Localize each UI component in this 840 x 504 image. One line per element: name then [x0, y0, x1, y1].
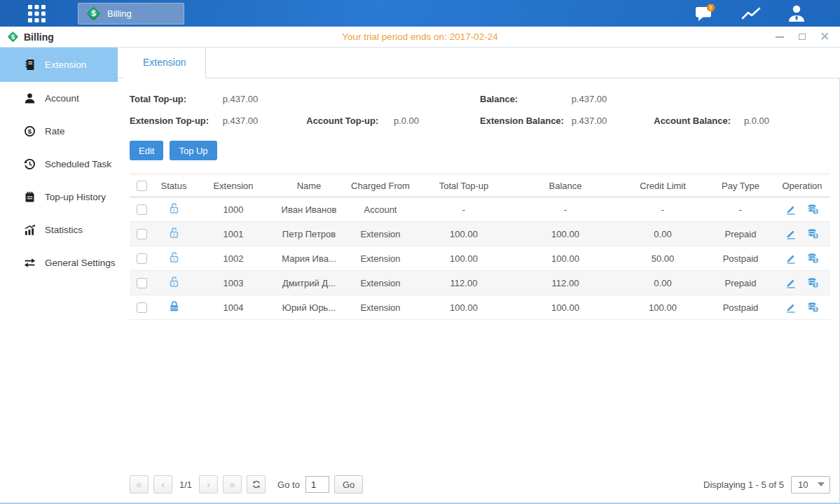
next-page-button[interactable]: ›: [199, 475, 218, 493]
pagination-bar: « ‹ 1/1 › » Go to Go Displaying: [130, 470, 830, 498]
cell-credit-limit: -: [619, 197, 707, 222]
table-row: 1002 Мария Ива... Extension 100.00 100.0…: [130, 246, 830, 271]
cell-charged-from: Account: [345, 197, 415, 222]
minimize-button[interactable]: [774, 31, 785, 43]
goto-label: Go to: [277, 479, 300, 490]
svg-text:$: $: [11, 34, 15, 41]
close-button[interactable]: ✕: [819, 31, 830, 43]
col-status: Status: [153, 174, 194, 197]
cell-name: Юрий Юрь...: [273, 295, 345, 320]
extension-balance-value: p.437.00: [572, 110, 652, 132]
svg-text:$: $: [815, 234, 818, 239]
reports-button[interactable]: [741, 5, 762, 22]
cell-name: Мария Ива...: [273, 246, 345, 271]
topup-history-ledger-icon: [24, 191, 36, 203]
topup-summary: Total Top-up: p.437.00 Extension Top-up:…: [130, 88, 830, 132]
scheduled-task-clock-icon: [24, 158, 36, 170]
taskbar-tab-billing[interactable]: $ Billing: [78, 3, 184, 24]
row-checkbox[interactable]: [137, 302, 147, 313]
billing-diamond-icon: $: [86, 6, 101, 21]
cell-total-topup: 112.00: [415, 271, 512, 295]
tab-extension[interactable]: Extension: [123, 48, 206, 78]
topup-coins-icon[interactable]: $: [807, 277, 819, 288]
cell-pay-type: Postpaid: [707, 295, 774, 320]
app-grid-icon[interactable]: [25, 4, 48, 23]
edit-pencil-icon[interactable]: [785, 277, 797, 288]
goto-page-input[interactable]: [305, 476, 329, 493]
row-checkbox[interactable]: [137, 278, 147, 288]
page-size-select[interactable]: 10: [791, 476, 830, 493]
last-page-button[interactable]: »: [223, 475, 242, 493]
top-taskbar: $ Billing !: [0, 0, 840, 27]
cell-name: Дмитрий Д...: [273, 271, 345, 295]
refresh-icon: [252, 479, 261, 489]
edit-button[interactable]: Edit: [130, 141, 163, 160]
sidebar-item-label: Scheduled Task: [45, 159, 111, 169]
edit-pencil-icon[interactable]: [785, 302, 797, 313]
refresh-button[interactable]: [247, 475, 266, 493]
sidebar-item-account[interactable]: Account: [0, 82, 118, 115]
cell-total-topup: 100.00: [415, 222, 512, 246]
row-checkbox[interactable]: [137, 204, 147, 215]
select-all-checkbox[interactable]: [137, 181, 147, 191]
cell-credit-limit: 100.00: [619, 295, 707, 320]
cell-pay-type: Prepaid: [707, 222, 774, 246]
lock-open-icon: [168, 276, 180, 288]
sidebar-item-rate[interactable]: $ Rate: [0, 115, 118, 148]
account-topup-label: Account Top-up:: [306, 110, 391, 132]
cell-credit-limit: 0.00: [619, 222, 707, 246]
table-header-row: Status Extension Name Charged From Total…: [130, 174, 830, 197]
col-pay-type: Pay Type: [707, 174, 774, 197]
cell-total-topup: -: [415, 197, 512, 222]
cell-pay-type: Prepaid: [707, 271, 774, 295]
edit-pencil-icon[interactable]: [785, 253, 797, 264]
sidebar-item-general-settings[interactable]: General Settings: [0, 246, 118, 279]
topup-button[interactable]: Top Up: [170, 141, 216, 160]
sidebar-item-scheduled-task[interactable]: Scheduled Task: [0, 148, 118, 181]
row-checkbox[interactable]: [137, 253, 147, 264]
maximize-button[interactable]: [797, 31, 808, 43]
message-icon: !: [694, 4, 715, 23]
displaying-text: Displaying 1 - 5 of 5: [703, 479, 784, 490]
svg-text:$: $: [91, 9, 96, 18]
topup-coins-icon[interactable]: $: [807, 228, 819, 239]
sidebar-item-extension[interactable]: Extension: [0, 48, 118, 82]
table-row: 1004 Юрий Юрь... Extension 100.00 100.00…: [130, 295, 830, 320]
line-chart-icon: [741, 5, 762, 22]
first-page-button[interactable]: «: [130, 475, 149, 493]
sidebar-item-statistics[interactable]: Statistics: [0, 214, 118, 246]
col-balance: Balance: [512, 174, 619, 197]
sidebar-item-label: General Settings: [45, 258, 116, 268]
sidebar-item-topup-history[interactable]: Top-up History: [0, 181, 118, 214]
edit-pencil-icon[interactable]: [785, 228, 797, 239]
trial-notice: Your trial period ends on: 2017-02-24: [0, 31, 840, 42]
svg-text:!: !: [710, 4, 712, 11]
prev-page-button[interactable]: ‹: [153, 475, 172, 493]
sidebar-item-label: Extension: [45, 59, 86, 70]
billing-diamond-icon: $: [7, 31, 19, 43]
general-settings-sliders-icon: [24, 257, 36, 269]
account-menu-button[interactable]: [787, 4, 806, 23]
col-extension: Extension: [194, 174, 273, 197]
grid-dots: [27, 4, 46, 23]
svg-text:$: $: [815, 258, 818, 264]
sidebar: Extension Account $ Rate Scheduled Task: [0, 48, 118, 503]
cell-balance: 100.00: [512, 222, 619, 246]
cell-extension: 1000: [194, 197, 273, 222]
col-charged-from: Charged From: [345, 174, 415, 197]
cell-extension: 1003: [194, 271, 273, 295]
row-checkbox[interactable]: [137, 229, 147, 239]
total-topup-value: p.437.00: [223, 88, 259, 110]
table-row: 1000 Иван Иванов Account - - - -: [130, 197, 830, 222]
go-button[interactable]: Go: [334, 475, 363, 493]
user-icon: [787, 4, 806, 23]
notifications-button[interactable]: !: [694, 4, 715, 23]
topup-coins-icon[interactable]: $: [807, 204, 819, 215]
edit-pencil-icon[interactable]: [785, 204, 797, 215]
lock-open-icon: [168, 202, 180, 214]
topup-coins-icon[interactable]: $: [807, 253, 819, 264]
page-size-value: 10: [792, 479, 818, 490]
topup-coins-icon[interactable]: $: [807, 302, 819, 313]
svg-text:$: $: [815, 209, 818, 215]
table-row: 1003 Дмитрий Д... Extension 112.00 112.0…: [130, 271, 830, 295]
